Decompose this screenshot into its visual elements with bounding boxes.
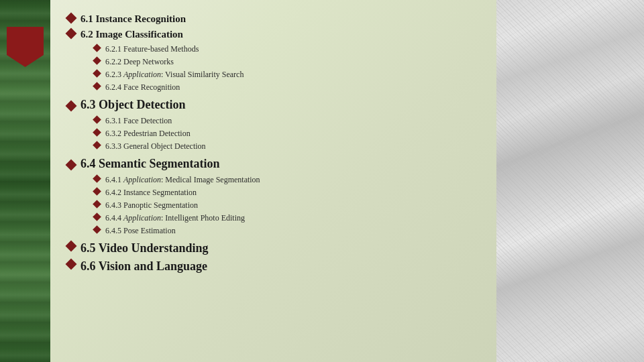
left-decorative-strip <box>0 0 50 362</box>
bullet-6-3-1 <box>93 115 101 124</box>
bullet-6-2 <box>66 28 77 40</box>
section-6-6: 6.6 Vision and Language <box>67 259 483 274</box>
section-6-4-4: 6.4.4 Application: Intelligent Photo Edi… <box>94 213 483 223</box>
section-6-5: 6.5 Video Understanding <box>67 241 483 255</box>
section-6-4-2: 6.4.2 Instance Segmentation <box>94 188 483 198</box>
section-6-2-2: 6.2.2 Deep Networks <box>94 57 483 67</box>
main-content: 6.1 Instance Recognition 6.2 Image Class… <box>50 0 496 362</box>
bullet-6-5 <box>66 241 77 252</box>
section-6-2: 6.2 Image Classification <box>67 29 483 40</box>
section-6-3-group: 6.3 Object Detection 6.3.1 Face Detectio… <box>67 98 483 152</box>
section-6-3-3-label: 6.3.3 General Object Detection <box>105 141 206 152</box>
bullet-6-4-1 <box>93 174 101 183</box>
section-6-3-1-label: 6.3.1 Face Detection <box>105 116 172 126</box>
section-6-4-group: 6.4 Semantic Segmentation 6.4.1 Applicat… <box>67 157 483 236</box>
section-6-6-label: 6.6 Vision and Language <box>80 259 207 274</box>
bookmark-arrow <box>7 27 44 67</box>
bullet-6-4-2 <box>93 187 101 196</box>
section-6-2-3-label: 6.2.3 Application: Visual Similarity Sea… <box>105 70 244 80</box>
section-6-2-2-label: 6.2.2 Deep Networks <box>105 57 174 67</box>
bullet-6-4 <box>66 159 77 170</box>
section-6-2-1: 6.2.1 Feature-based Methods <box>94 44 483 54</box>
section-6-4-3: 6.4.3 Panoptic Segmentation <box>94 200 483 210</box>
section-6-1-label: 6.1 Instance Recognition <box>80 13 186 25</box>
section-6-4: 6.4 Semantic Segmentation <box>67 157 483 171</box>
section-6-1: 6.1 Instance Recognition <box>67 13 483 25</box>
section-6-2-3: 6.2.3 Application: Visual Similarity Sea… <box>94 70 483 80</box>
bullet-6-2-1 <box>93 44 101 52</box>
section-6-3-1: 6.3.1 Face Detection <box>94 116 483 126</box>
bullet-6-3-2 <box>93 128 101 137</box>
section-6-4-5-label: 6.4.5 Pose Estimation <box>105 226 176 236</box>
section-6-4-4-label: 6.4.4 Application: Intelligent Photo Edi… <box>105 213 245 223</box>
bullet-6-1 <box>66 13 77 24</box>
section-6-3-2: 6.3.2 Pedestrian Detection <box>94 129 483 139</box>
section-6-4-label: 6.4 Semantic Segmentation <box>80 157 219 171</box>
section-6-3-2-label: 6.3.2 Pedestrian Detection <box>105 129 191 139</box>
right-decorative-strip <box>496 0 644 362</box>
bullet-6-4-4 <box>93 213 101 221</box>
bullet-6-4-5 <box>93 225 101 234</box>
bullet-6-2-2 <box>93 56 101 65</box>
bullet-6-2-4 <box>93 82 101 90</box>
section-6-4-3-label: 6.4.3 Panoptic Segmentation <box>105 200 198 210</box>
section-6-4-1: 6.4.1 Application: Medical Image Segment… <box>94 175 483 185</box>
section-6-3-label: 6.3 Object Detection <box>80 98 185 112</box>
section-6-4-2-label: 6.4.2 Instance Segmentation <box>105 188 197 198</box>
section-6-2-1-label: 6.2.1 Feature-based Methods <box>105 44 199 54</box>
section-6-5-label: 6.5 Video Understanding <box>80 241 209 255</box>
bullet-6-4-3 <box>93 200 101 208</box>
section-6-2-label: 6.2 Image Classification <box>80 29 183 40</box>
section-6-3-3: 6.3.3 General Object Detection <box>94 141 483 152</box>
section-6-2-group: 6.2 Image Classification 6.2.1 Feature-b… <box>67 29 483 93</box>
section-6-3: 6.3 Object Detection <box>67 98 483 112</box>
section-6-2-4: 6.2.4 Face Recognition <box>94 82 483 93</box>
bullet-6-3-3 <box>93 141 101 149</box>
bullet-6-3 <box>66 100 77 111</box>
section-6-4-5: 6.4.5 Pose Estimation <box>94 226 483 236</box>
section-6-2-4-label: 6.2.4 Face Recognition <box>105 82 180 93</box>
bullet-6-2-3 <box>93 69 101 78</box>
right-strip-texture <box>496 0 644 362</box>
bullet-6-6 <box>66 259 77 270</box>
section-6-4-1-label: 6.4.1 Application: Medical Image Segment… <box>105 175 260 185</box>
